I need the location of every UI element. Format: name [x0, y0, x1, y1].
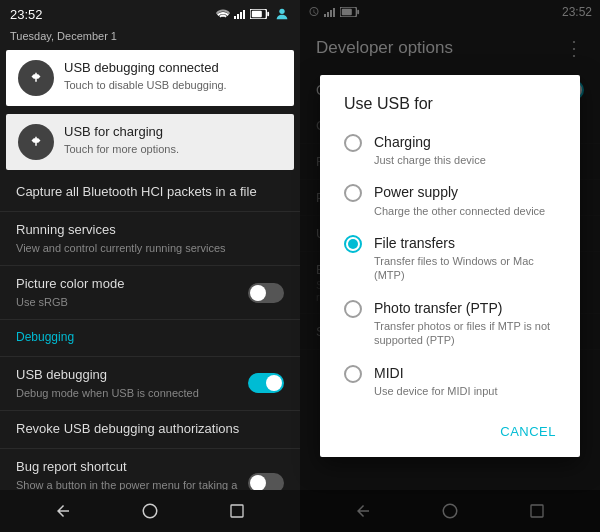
person-icon — [274, 6, 290, 22]
dialog-title: Use USB for — [320, 75, 580, 125]
left-back-button[interactable] — [43, 491, 83, 531]
svg-rect-2 — [240, 12, 242, 19]
left-panel: 23:52 Tuesda — [0, 0, 300, 532]
left-date: Tuesday, December 1 — [0, 28, 300, 46]
signal-icon — [234, 9, 246, 19]
usb-debug-notification[interactable]: USB debugging connected Touch to disable… — [6, 50, 294, 106]
usb-charge-text: USB for charging Touch for more options. — [64, 124, 179, 156]
svg-rect-1 — [237, 14, 239, 19]
option-midi-desc: Use device for MIDI input — [374, 384, 498, 398]
left-settings-revoke[interactable]: Revoke USB debugging authorizations — [0, 411, 300, 449]
usb-debug-icon — [18, 60, 54, 96]
left-settings-color[interactable]: Picture color mode Use sRGB — [0, 266, 300, 320]
left-status-icons — [216, 6, 290, 22]
dialog-option-photo-transfer[interactable]: Photo transfer (PTP) Transfer photos or … — [320, 291, 580, 356]
usb-debug-title: USB debugging connected — [64, 60, 227, 77]
option-photo-label: Photo transfer (PTP) — [374, 299, 556, 317]
svg-rect-3 — [243, 10, 245, 19]
dialog-overlay: Use USB for Charging Just charge this de… — [300, 0, 600, 532]
color-toggle[interactable] — [248, 283, 284, 303]
svg-rect-9 — [231, 505, 243, 517]
option-photo-desc: Transfer photos or files if MTP is not s… — [374, 319, 556, 348]
option-file-desc: Transfer files to Windows or Mac (MTP) — [374, 254, 556, 283]
cancel-button[interactable]: CANCEL — [492, 418, 564, 445]
left-nav-bar — [0, 490, 300, 532]
bug-report-toggle[interactable] — [248, 473, 284, 490]
radio-file-transfers[interactable] — [344, 235, 362, 253]
radio-photo-transfer[interactable] — [344, 300, 362, 318]
left-recents-button[interactable] — [217, 491, 257, 531]
left-settings-debugging-header: Debugging — [0, 320, 300, 357]
wifi-icon — [216, 9, 230, 19]
dialog-options: Charging Just charge this device Power s… — [320, 125, 580, 414]
svg-point-7 — [279, 9, 284, 14]
option-charging-label: Charging — [374, 133, 486, 151]
left-settings-running[interactable]: Running services View and control curren… — [0, 212, 300, 266]
option-midi-label: MIDI — [374, 364, 498, 382]
dialog-option-charging[interactable]: Charging Just charge this device — [320, 125, 580, 175]
radio-charging[interactable] — [344, 134, 362, 152]
usb-charge-title: USB for charging — [64, 124, 179, 141]
usb-debug-toggle[interactable] — [248, 373, 284, 393]
dialog-option-power-supply[interactable]: Power supply Charge the other connected … — [320, 175, 580, 225]
option-charging-desc: Just charge this device — [374, 153, 486, 167]
usb-charge-icon — [18, 124, 54, 160]
left-settings-bluetooth[interactable]: Capture all Bluetooth HCI packets in a f… — [0, 174, 300, 212]
svg-rect-6 — [252, 11, 262, 17]
svg-rect-0 — [234, 16, 236, 19]
option-power-label: Power supply — [374, 183, 545, 201]
dialog-option-file-transfers[interactable]: File transfers Transfer files to Windows… — [320, 226, 580, 291]
usb-charge-sub: Touch for more options. — [64, 142, 179, 156]
svg-point-8 — [143, 504, 157, 518]
battery-icon — [250, 9, 270, 19]
usb-charge-notification[interactable]: USB for charging Touch for more options. — [6, 114, 294, 170]
left-status-bar: 23:52 — [0, 0, 300, 28]
svg-rect-5 — [267, 12, 269, 17]
left-home-button[interactable] — [130, 491, 170, 531]
usb-debug-sub: Touch to disable USB debugging. — [64, 78, 227, 92]
left-settings-usb-debug[interactable]: USB debugging Debug mode when USB is con… — [0, 357, 300, 411]
option-power-desc: Charge the other connected device — [374, 204, 545, 218]
left-settings-bug-report[interactable]: Bug report shortcut Show a button in the… — [0, 449, 300, 490]
dialog-actions: CANCEL — [320, 414, 580, 457]
left-time: 23:52 — [10, 7, 43, 22]
radio-power-supply[interactable] — [344, 184, 362, 202]
usb-debug-text: USB debugging connected Touch to disable… — [64, 60, 227, 92]
use-usb-dialog: Use USB for Charging Just charge this de… — [320, 75, 580, 457]
option-file-label: File transfers — [374, 234, 556, 252]
right-panel: 23:52 Developer options ⋮ On C R P U Bug… — [300, 0, 600, 532]
left-settings-list: Capture all Bluetooth HCI packets in a f… — [0, 174, 300, 490]
dialog-option-midi[interactable]: MIDI Use device for MIDI input — [320, 356, 580, 406]
radio-midi[interactable] — [344, 365, 362, 383]
